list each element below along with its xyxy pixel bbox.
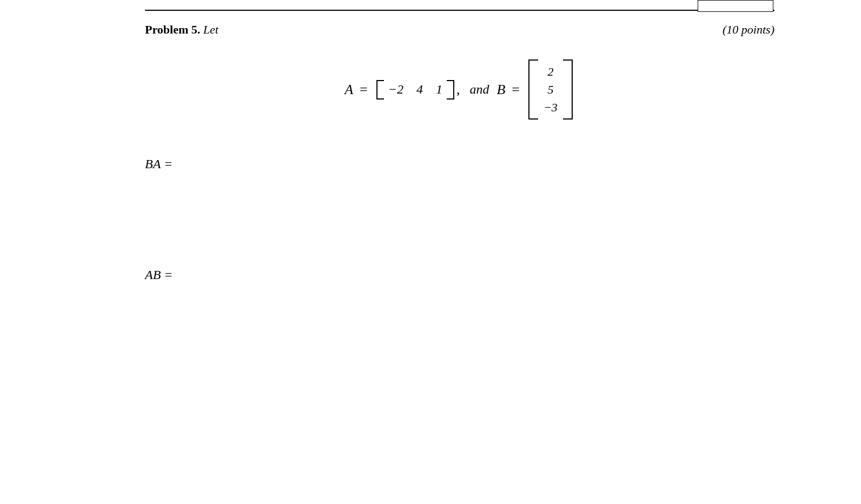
matrix-a-label: A	[345, 82, 353, 98]
matrix-b-val-1: 2	[547, 63, 553, 81]
matrix-a-val-2: 4	[416, 82, 423, 97]
bracket-row-right	[447, 80, 454, 100]
ab-equals: =	[164, 268, 173, 282]
main-equation: A = −2 4 1 , and B = 2	[145, 59, 774, 120]
matrix-a-values: −2 4 1	[384, 82, 447, 97]
ba-label: BA	[145, 157, 161, 171]
conjunction-text: and	[469, 82, 489, 97]
page: Problem 5. Let (10 points) A = −2 4 1 , …	[0, 0, 861, 504]
matrix-a-equals: =	[360, 82, 368, 98]
problem-title: Problem 5. Let	[145, 23, 218, 37]
problem-label: Problem 5.	[145, 23, 200, 36]
problem-let-label: Let	[203, 23, 218, 36]
matrix-a-val-3: 1	[436, 82, 442, 97]
matrix-b-equals: =	[512, 82, 520, 98]
comma-separator: ,	[456, 82, 460, 98]
problem-header: Problem 5. Let (10 points)	[145, 23, 774, 37]
bracket-col-left	[528, 59, 538, 120]
matrix-a-val-1: −2	[388, 82, 403, 97]
matrix-b-values: 2 5 −3	[538, 59, 563, 120]
problem-number-text: 5	[191, 23, 197, 36]
ab-label: AB	[145, 268, 161, 282]
matrix-b-val-3: −3	[544, 98, 558, 116]
matrix-b-val-2: 5	[547, 81, 553, 98]
ba-equals: =	[164, 157, 173, 171]
matrix-b-label: B	[496, 82, 505, 98]
top-divider-line	[145, 10, 774, 11]
matrix-a-row: −2 4 1	[376, 80, 454, 100]
bracket-col-right	[563, 59, 573, 120]
score-box	[698, 0, 773, 12]
problem-points: (10 points)	[723, 23, 774, 37]
sub-problem-ab: AB =	[145, 268, 173, 282]
bracket-row-left	[376, 80, 384, 100]
problem-prefix-text: Problem	[145, 23, 188, 36]
matrix-b-column: 2 5 −3	[528, 59, 573, 120]
math-content-area: A = −2 4 1 , and B = 2	[145, 49, 774, 120]
sub-problem-ba: BA =	[145, 157, 173, 171]
